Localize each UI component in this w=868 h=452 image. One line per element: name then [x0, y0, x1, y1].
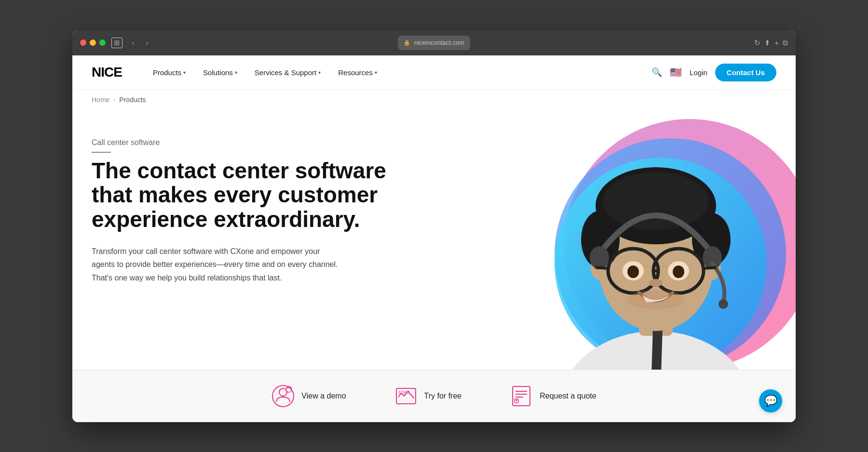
products-label: Products	[153, 68, 181, 77]
svg-line-18	[596, 267, 608, 268]
breadcrumb-separator: ›	[113, 96, 115, 103]
cta-strip: View a demo START Try for free	[72, 370, 796, 422]
nav-item-services[interactable]: Services & Support ▾	[247, 65, 328, 80]
svg-point-25	[627, 290, 685, 309]
demo-label: View a demo	[301, 392, 346, 400]
cta-try[interactable]: START Try for free	[394, 385, 462, 408]
try-label: Try for free	[424, 392, 462, 400]
demo-icon	[271, 385, 295, 408]
hero-section: Call center software The contact center …	[72, 109, 796, 370]
services-label: Services & Support	[255, 68, 316, 77]
browser-actions: ↻ ⬆ + ⧉	[754, 39, 788, 47]
cta-quote[interactable]: Request a quote	[510, 385, 596, 408]
solutions-chevron-icon: ▾	[235, 70, 237, 75]
site-logo[interactable]: NICE	[92, 65, 122, 80]
quote-label: Request a quote	[540, 392, 596, 400]
solutions-label: Solutions	[203, 68, 233, 77]
fullscreen-button[interactable]	[99, 40, 106, 46]
browser-titlebar: ⊞ ‹ › 🔒 niceincontact.com ↻ ⬆ + ⧉	[72, 30, 796, 55]
reload-icon[interactable]: ↻	[754, 39, 760, 47]
share-icon[interactable]: ⬆	[764, 39, 771, 47]
svg-point-24	[649, 279, 663, 287]
main-nav: NICE Products ▾ Solutions ▾ Services & S…	[72, 55, 796, 90]
language-flag-icon[interactable]: 🇺🇸	[670, 66, 682, 78]
nav-item-solutions[interactable]: Solutions ▾	[195, 65, 245, 80]
login-link[interactable]: Login	[690, 68, 707, 77]
cta-demo[interactable]: View a demo	[271, 385, 346, 408]
nav-links: Products ▾ Solutions ▾ Services & Suppor…	[145, 65, 651, 80]
breadcrumb-current: Products	[119, 96, 146, 104]
lock-icon: 🔒	[404, 40, 410, 46]
nav-item-products[interactable]: Products ▾	[145, 65, 193, 80]
close-button[interactable]	[80, 40, 86, 46]
hero-image	[448, 109, 796, 370]
products-chevron-icon: ▾	[183, 70, 186, 75]
hero-eyebrow: Call center software	[92, 138, 391, 153]
svg-line-19	[704, 267, 716, 268]
svg-point-23	[673, 266, 684, 278]
hero-content: Call center software The contact center …	[92, 109, 391, 370]
sidebar-toggle-icon[interactable]: ⊞	[111, 38, 122, 48]
chat-fab-button[interactable]: 💬	[759, 389, 782, 412]
contact-us-button[interactable]: Contact Us	[715, 64, 776, 81]
breadcrumb-home[interactable]: Home	[92, 96, 109, 104]
url-text: niceincontact.com	[414, 39, 464, 46]
forward-button[interactable]: ›	[144, 37, 150, 49]
svg-point-21	[627, 266, 639, 278]
resources-chevron-icon: ▾	[375, 70, 377, 75]
hero-person-image	[516, 109, 796, 370]
new-tab-icon[interactable]: +	[774, 39, 779, 47]
hero-heading: The contact center software that makes e…	[92, 159, 391, 232]
browser-window: ⊞ ‹ › 🔒 niceincontact.com ↻ ⬆ + ⧉ NICE P…	[72, 30, 796, 422]
nav-item-resources[interactable]: Resources ▾	[330, 65, 385, 80]
hero-body: Transform your call center software with…	[92, 245, 342, 284]
back-button[interactable]: ‹	[130, 37, 136, 49]
search-icon[interactable]: 🔍	[651, 67, 662, 78]
breadcrumb: Home › Products	[72, 90, 796, 109]
address-bar[interactable]: 🔒 niceincontact.com	[398, 36, 470, 50]
try-icon: START	[394, 385, 418, 408]
resources-label: Resources	[338, 68, 373, 77]
services-chevron-icon: ▾	[318, 70, 321, 75]
traffic-lights	[80, 40, 106, 46]
minimize-button[interactable]	[90, 40, 96, 46]
quote-icon	[510, 385, 533, 408]
window-icon[interactable]: ⧉	[783, 39, 788, 47]
chat-fab-icon: 💬	[764, 395, 777, 407]
nav-right: 🔍 🇺🇸 Login Contact Us	[651, 64, 776, 81]
svg-point-14	[719, 299, 728, 309]
website-content: NICE Products ▾ Solutions ▾ Services & S…	[72, 55, 796, 422]
svg-point-9	[603, 172, 709, 230]
svg-point-12	[590, 246, 609, 269]
